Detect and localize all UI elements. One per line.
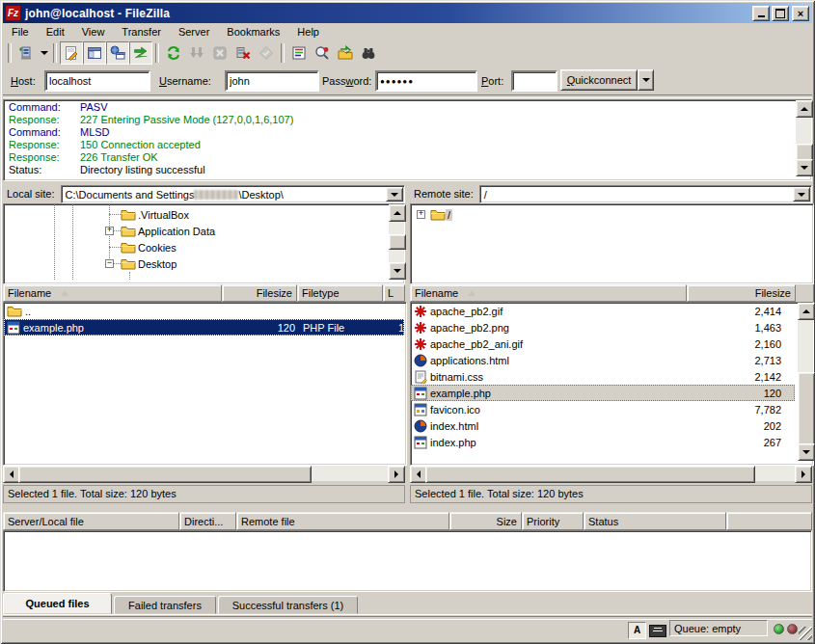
column-remote-file[interactable]: Remote file (236, 512, 449, 530)
column-filesize[interactable]: Filesize (687, 284, 796, 302)
scroll-thumb[interactable] (425, 466, 755, 483)
column-direction[interactable]: Directi... (179, 512, 236, 530)
combobox-dropdown[interactable] (793, 187, 810, 201)
menu-transfer[interactable]: Transfer (113, 24, 170, 40)
menu-bookmarks[interactable]: Bookmarks (218, 24, 288, 40)
remote-row[interactable]: favicon.ico 7,782 (411, 401, 795, 417)
toggle-transfer-queue-button[interactable] (129, 41, 152, 65)
synchronized-browsing-button[interactable] (334, 41, 357, 65)
site-manager-dropdown[interactable] (38, 42, 50, 64)
remote-row[interactable]: index.html 202 (411, 417, 795, 434)
remote-row[interactable]: applications.html 2,713 (411, 352, 795, 368)
scroll-up-button[interactable] (798, 303, 815, 320)
menu-file[interactable]: File (3, 24, 38, 40)
local-tree[interactable]: .VirtualBox + Application Data Cookies −… (3, 203, 405, 284)
apache-file-icon (414, 337, 427, 351)
scroll-down-button[interactable] (798, 443, 815, 461)
scroll-thumb[interactable] (389, 234, 406, 250)
remote-list-scrollbar[interactable] (798, 303, 813, 461)
reconnect-button[interactable] (255, 41, 278, 65)
close-button[interactable]: × (792, 6, 809, 21)
tab-failed-transfers[interactable]: Failed transfers (114, 596, 216, 614)
minimize-button[interactable] (752, 6, 770, 21)
scroll-up-button[interactable] (389, 204, 406, 222)
quickconnect-button[interactable]: Quickconnect (560, 69, 638, 91)
remote-site-bar: Remote site: / (410, 185, 812, 203)
queue-body[interactable] (3, 530, 812, 592)
disconnect-button[interactable] (231, 41, 255, 65)
tree-expander-plus[interactable]: + (417, 210, 425, 219)
column-size[interactable]: Size (449, 512, 522, 530)
remote-row-selected[interactable]: example.php 120 (411, 385, 795, 401)
remote-file-list[interactable]: apache_pb2.gif 2,414 apache_pb2.png 1,46… (410, 302, 814, 466)
scroll-right-button[interactable] (795, 466, 812, 483)
redacted-text (194, 190, 238, 200)
remote-row[interactable]: apache_pb2.gif 2,414 (411, 303, 795, 319)
refresh-button[interactable] (162, 41, 185, 65)
process-queue-button[interactable] (185, 41, 208, 65)
toolbar-separator (281, 43, 285, 63)
remote-row[interactable]: index.php 267 (411, 434, 795, 450)
local-row-parent[interactable]: .. (4, 303, 406, 319)
column-priority[interactable]: Priority (522, 512, 584, 530)
toggle-remote-tree-button[interactable] (106, 41, 129, 65)
menu-server[interactable]: Server (170, 24, 218, 40)
log-scrollbar[interactable] (796, 100, 811, 176)
toolbar-separator (155, 43, 159, 63)
find-files-button[interactable] (357, 41, 380, 65)
tree-expander-minus[interactable]: − (105, 259, 114, 268)
resize-grip[interactable] (799, 627, 812, 640)
combobox-dropdown[interactable] (386, 187, 403, 201)
quickconnect-dropdown[interactable] (638, 69, 654, 91)
toggle-local-tree-button[interactable] (83, 41, 106, 65)
message-log[interactable]: Command:PASV Response:227 Entering Passi… (3, 99, 812, 181)
remote-row[interactable]: bitnami.css 2,142 (411, 368, 795, 385)
port-input[interactable] (511, 70, 557, 92)
maximize-button[interactable] (772, 6, 789, 21)
column-filename[interactable]: Filename (410, 284, 687, 302)
scroll-down-button[interactable] (796, 159, 813, 176)
tree-item-desktop[interactable]: Desktop (121, 255, 178, 272)
remote-site-combobox[interactable]: / (479, 185, 812, 203)
username-input[interactable] (225, 70, 319, 92)
scroll-right-button[interactable] (388, 466, 405, 483)
remote-row[interactable]: apache_pb2.png 1,463 (411, 319, 795, 335)
tree-expander-plus[interactable]: + (105, 227, 114, 235)
scroll-down-button[interactable] (389, 262, 406, 280)
scroll-thumb[interactable] (798, 372, 815, 445)
tree-item-cookies[interactable]: Cookies (121, 239, 178, 255)
local-selection-status: Selected 1 file. Total size: 120 bytes (3, 485, 405, 503)
local-hscrollbar[interactable] (3, 466, 405, 481)
menu-edit[interactable]: Edit (38, 24, 73, 40)
tree-item-virtualbox[interactable]: .VirtualBox (121, 206, 191, 223)
remote-tree[interactable]: + / (410, 203, 814, 284)
menu-help[interactable]: Help (288, 24, 328, 40)
column-server-local-file[interactable]: Server/Local file (3, 512, 179, 530)
host-input[interactable] (44, 70, 150, 92)
scroll-thumb[interactable] (18, 466, 312, 483)
column-filesize[interactable]: Filesize (222, 284, 297, 302)
local-file-list[interactable]: .. example.php 120 PHP File 1 (3, 302, 407, 466)
column-status[interactable]: Status (584, 512, 726, 530)
tree-item-root[interactable]: / (430, 206, 452, 223)
directory-filter-button[interactable] (287, 41, 311, 65)
local-row-example-php[interactable]: example.php 120 PHP File 1 (4, 319, 404, 335)
menu-view[interactable]: View (73, 24, 114, 40)
column-filename[interactable]: Filename (3, 284, 222, 302)
remote-row[interactable]: apache_pb2_ani.gif 2,160 (411, 335, 795, 352)
tree-item-application-data[interactable]: Application Data (121, 223, 217, 239)
password-input[interactable] (375, 70, 477, 92)
site-manager-button[interactable] (14, 41, 38, 65)
scroll-up-button[interactable] (796, 100, 813, 118)
cancel-button[interactable] (208, 41, 231, 65)
column-empty (726, 512, 812, 530)
tab-queued-files[interactable]: Queued files (3, 593, 112, 614)
remote-hscrollbar[interactable] (410, 466, 812, 481)
tab-successful-transfers[interactable]: Successful transfers (1) (218, 596, 358, 614)
local-site-combobox[interactable]: C:\Documents and Settings\Desktop\ (61, 185, 405, 203)
directory-comparison-button[interactable] (311, 41, 334, 65)
column-last-modified[interactable]: L (383, 284, 405, 302)
local-tree-scrollbar[interactable] (389, 204, 404, 280)
column-filetype[interactable]: Filetype (297, 284, 383, 302)
toggle-message-log-button[interactable] (60, 41, 83, 65)
